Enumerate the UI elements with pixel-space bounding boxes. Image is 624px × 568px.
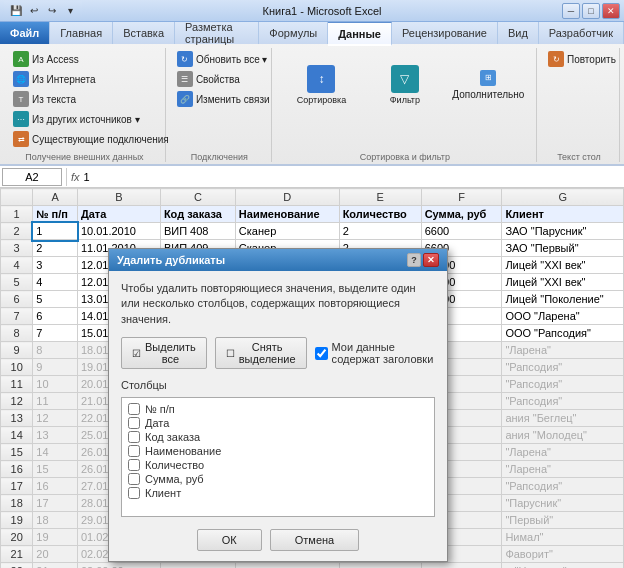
header-checkbox[interactable] [315,347,328,360]
tab-file[interactable]: Файл [0,22,50,44]
cell-G21[interactable]: Фаворит" [502,546,624,563]
btn-sort[interactable]: ↕ Сортировка [280,63,363,107]
col-header-A[interactable]: A [33,189,78,206]
cell-G7[interactable]: ООО "Ларена" [502,308,624,325]
btn-from-internet[interactable]: 🌐 Из Интернета [10,70,159,88]
col-item-3[interactable]: Наименование [126,444,430,458]
cell-A8[interactable]: 7 [33,325,78,342]
btn-from-other[interactable]: ⋯ Из других источников ▾ [10,110,159,128]
cell-A6[interactable]: 5 [33,291,78,308]
cell-A13[interactable]: 12 [33,410,78,427]
dialog-help-btn[interactable]: ? [407,253,421,267]
cell-G14[interactable]: ания "Молодец" [502,427,624,444]
cell-A3[interactable]: 2 [33,240,78,257]
col-header-G[interactable]: G [502,189,624,206]
cell-E2[interactable]: 2 [339,223,421,240]
btn-repeat[interactable]: ↻ Повторить [545,50,613,68]
cell-A12[interactable]: 11 [33,393,78,410]
cell-B1[interactable]: Дата [77,206,160,223]
cell-A15[interactable]: 14 [33,444,78,461]
col-checkbox-6[interactable] [128,487,140,499]
cell-G8[interactable]: ООО "Рапсодия" [502,325,624,342]
col-item-6[interactable]: Клиент [126,486,430,500]
header-checkbox-label[interactable]: Мои данные содержат заголовки [315,341,435,365]
cell-G3[interactable]: ЗАО "Первый" [502,240,624,257]
tab-data[interactable]: Данные [328,22,392,46]
cell-G6[interactable]: Лицей "Поколение" [502,291,624,308]
cell-A21[interactable]: 20 [33,546,78,563]
close-btn[interactable]: ✕ [602,3,620,19]
col-checkbox-1[interactable] [128,417,140,429]
tab-review[interactable]: Рецензирование [392,22,498,44]
formula-input[interactable] [84,171,622,183]
col-header-E[interactable]: E [339,189,421,206]
btn-properties[interactable]: ☰ Свойства [174,70,265,88]
col-header-D[interactable]: D [235,189,339,206]
cell-G16[interactable]: "Ларена" [502,461,624,478]
minimize-btn[interactable]: ─ [562,3,580,19]
col-item-5[interactable]: Сумма, руб [126,472,430,486]
cell-A7[interactable]: 6 [33,308,78,325]
cell-A22[interactable]: 21 [33,563,78,569]
col-header-F[interactable]: F [421,189,502,206]
cell-G12[interactable]: "Рапсодия" [502,393,624,410]
cell-A2[interactable]: 1 [33,223,78,240]
tab-developer[interactable]: Разработчик [539,22,624,44]
tab-layout[interactable]: Разметка страницы [175,22,259,44]
cell-E1[interactable]: Количество [339,206,421,223]
cell-G2[interactable]: ЗАО "Парусник" [502,223,624,240]
col-header-C[interactable]: C [160,189,235,206]
cell-A9[interactable]: 8 [33,342,78,359]
maximize-btn[interactable]: □ [582,3,600,19]
cell-G9[interactable]: "Ларена" [502,342,624,359]
col-checkbox-2[interactable] [128,431,140,443]
undo-qat-btn[interactable]: ↩ [26,3,42,19]
cell-A17[interactable]: 16 [33,478,78,495]
cell-C2[interactable]: ВИП 408 [160,223,235,240]
col-item-1[interactable]: Дата [126,416,430,430]
cell-A14[interactable]: 13 [33,427,78,444]
col-item-2[interactable]: Код заказа [126,430,430,444]
cell-G5[interactable]: Лицей "XXI век" [502,274,624,291]
cell-A10[interactable]: 9 [33,359,78,376]
btn-filter[interactable]: ▽ Фильтр [363,63,446,107]
btn-from-text[interactable]: T Из текста [10,90,159,108]
redo-qat-btn[interactable]: ↪ [44,3,60,19]
save-qat-btn[interactable]: 💾 [8,3,24,19]
btn-refresh-all[interactable]: ↻ Обновить все ▾ [174,50,265,68]
tab-insert[interactable]: Вставка [113,22,175,44]
col-checkbox-5[interactable] [128,473,140,485]
cancel-btn[interactable]: Отмена [270,529,359,551]
cell-B2[interactable]: 10.01.2010 [77,223,160,240]
cell-G13[interactable]: ания "Беглец" [502,410,624,427]
select-all-btn[interactable]: ☑ Выделить все [121,337,207,369]
cell-A5[interactable]: 4 [33,274,78,291]
dialog-close-btn[interactable]: ✕ [423,253,439,267]
ok-btn[interactable]: ОК [197,529,262,551]
col-item-0[interactable]: № п/п [126,402,430,416]
cell-G4[interactable]: Лицей "XXI век" [502,257,624,274]
qat-dropdown-btn[interactable]: ▾ [62,3,78,19]
cell-A18[interactable]: 17 [33,495,78,512]
btn-edit-links[interactable]: 🔗 Изменить связи [174,90,265,108]
cell-F2[interactable]: 6600 [421,223,502,240]
deselect-all-btn[interactable]: ☐ Снять выделение [215,337,307,369]
col-checkbox-4[interactable] [128,459,140,471]
col-checkbox-0[interactable] [128,403,140,415]
cell-A4[interactable]: 3 [33,257,78,274]
tab-home[interactable]: Главная [50,22,113,44]
cell-B22[interactable]: 03.02.20 [77,563,160,569]
cell-G20[interactable]: Нимал" [502,529,624,546]
cell-G1[interactable]: Клиент [502,206,624,223]
cell-G22[interactable]: а "Нирвана" [502,563,624,569]
col-header-B[interactable]: B [77,189,160,206]
col-checkbox-3[interactable] [128,445,140,457]
cell-D2[interactable]: Сканер [235,223,339,240]
btn-from-access[interactable]: A Из Access [10,50,159,68]
cell-C1[interactable]: Код заказа [160,206,235,223]
cell-D1[interactable]: Наименование [235,206,339,223]
cell-G17[interactable]: "Рапсодия" [502,478,624,495]
cell-G10[interactable]: "Рапсодия" [502,359,624,376]
btn-existing-connections[interactable]: ⇄ Существующие подключения [10,130,159,148]
cell-reference-input[interactable] [2,168,62,186]
